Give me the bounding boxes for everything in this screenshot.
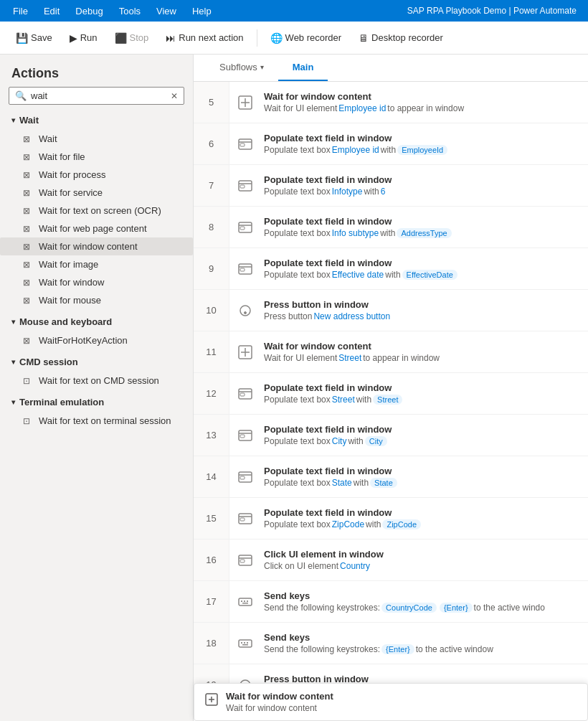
flow-title: Send keys (264, 632, 582, 643)
search-box[interactable]: 🔍 ✕ (9, 87, 184, 105)
sidebar-item-wait-ocr[interactable]: ⊠ Wait for text on screen (OCR) (0, 202, 193, 220)
menu-edit[interactable]: Edit (37, 3, 67, 19)
sidebar-group-cmd-header[interactable]: ▾ CMD session (0, 352, 193, 372)
sidebar-item-wait-process[interactable]: ⊠ Wait for process (0, 166, 193, 184)
sidebar-group-wait-header[interactable]: ▾ Wait (0, 110, 193, 130)
sidebar-item-wait-service[interactable]: ⊠ Wait for service (0, 184, 193, 202)
svg-rect-6 (239, 181, 252, 191)
flow-row[interactable]: 8 Populate text field in windowPopulate … (194, 207, 588, 248)
flow-row[interactable]: 11 Wait for window contentWait for UI el… (194, 331, 588, 373)
svg-rect-42 (244, 642, 245, 644)
sidebar-item-hotkey[interactable]: ⊠ WaitForHotKeyAction (0, 331, 193, 349)
sidebar-group-mouse-label: Mouse and keyboard (19, 316, 112, 327)
flow-canvas[interactable]: 5 Wait for window contentWait for UI ele… (194, 82, 588, 721)
flow-icon (229, 165, 261, 206)
flow-desc-link: City (332, 436, 347, 446)
flow-desc-text: Wait for UI element (264, 353, 337, 363)
flow-desc-text: Populate text box (264, 519, 331, 529)
wait-window-icon: ⊠ (23, 278, 33, 288)
svg-rect-43 (247, 642, 248, 644)
flow-content: Send keysSend the following keystrokes: … (261, 581, 588, 622)
menu-help[interactable]: Help (185, 3, 219, 19)
flow-row[interactable]: 6 Populate text field in windowPopulate … (194, 123, 588, 165)
flow-title: Wait for window content (264, 91, 582, 102)
flow-desc: Wait for UI element Street to appear in … (264, 353, 582, 363)
flow-desc-text: Populate text box (264, 478, 331, 488)
sidebar-item-wait[interactable]: ⊠ Wait (0, 130, 193, 148)
svg-rect-38 (247, 600, 248, 602)
svg-rect-41 (241, 642, 242, 644)
flow-desc-badge: City (365, 436, 387, 446)
flow-row[interactable]: 7 Populate text field in windowPopulate … (194, 165, 588, 207)
flow-desc-link: Street (332, 395, 355, 405)
sidebar-group-terminal: ▾ Terminal emulation ⊡ Wait for text on … (0, 392, 193, 430)
sidebar-item-wait-image[interactable]: ⊠ Wait for image (0, 255, 193, 273)
flow-desc-badge: EffectiveDate (402, 270, 457, 280)
flow-row[interactable]: 10 Press button in windowPress button Ne… (194, 290, 588, 331)
stop-button[interactable]: ⬛ Stop (108, 29, 156, 47)
flow-icon (229, 82, 261, 123)
flow-row[interactable]: 12 Populate text field in windowPopulate… (194, 373, 588, 415)
flow-desc-link: Infotype (332, 187, 363, 197)
flow-number: 14 (194, 456, 229, 497)
flow-row[interactable]: 18 Send keysSend the following keystroke… (194, 623, 588, 664)
flow-desc-link: Employee id (338, 103, 386, 113)
desktop-recorder-button[interactable]: 🖥 Desktop recorder (351, 29, 450, 47)
flow-content: Populate text field in windowPopulate te… (261, 248, 588, 289)
flow-content: Press button in windowPress button New a… (261, 290, 588, 331)
menu-file[interactable]: File (6, 3, 35, 19)
save-button[interactable]: 💾 Save (9, 29, 60, 47)
sidebar-list: ▾ Wait ⊠ Wait ⊠ Wait for file ⊠ Wait for… (0, 110, 193, 721)
sidebar-item-wait-file[interactable]: ⊠ Wait for file (0, 148, 193, 166)
flow-desc-text: Populate text box (264, 187, 331, 197)
run-next-button[interactable]: ⏭ Run next action (158, 29, 250, 47)
sidebar-group-terminal-header[interactable]: ▾ Terminal emulation (0, 392, 193, 412)
svg-point-16 (245, 311, 247, 314)
flow-row[interactable]: 9 Populate text field in windowPopulate … (194, 248, 588, 290)
sidebar-item-wait-mouse[interactable]: ⊠ Wait for mouse (0, 291, 193, 309)
sidebar-item-cmd-text[interactable]: ⊡ Wait for text on CMD session (0, 372, 193, 390)
menu-debug[interactable]: Debug (68, 3, 110, 19)
svg-rect-39 (242, 603, 248, 604)
search-input[interactable] (31, 90, 166, 101)
flow-icon (229, 331, 261, 372)
sidebar-item-terminal-text[interactable]: ⊡ Wait for text on terminal session (0, 412, 193, 430)
popup-wait-icon (204, 692, 219, 710)
tab-subflows[interactable]: Subflows ▾ (205, 55, 278, 81)
sidebar-group-mouse-keyboard: ▾ Mouse and keyboard ⊠ WaitForHotKeyActi… (0, 312, 193, 349)
flow-row[interactable]: 5 Wait for window contentWait for UI ele… (194, 82, 588, 123)
sidebar-item-wait-window-content[interactable]: ⊠ Wait for window content (0, 237, 193, 255)
menu-items: File Edit Debug Tools View Help (6, 3, 407, 19)
flow-content: Populate text field in windowPopulate te… (261, 373, 588, 414)
menu-tools[interactable]: Tools (112, 3, 148, 19)
svg-rect-9 (239, 222, 252, 232)
toolbar-divider (257, 29, 257, 47)
flow-row[interactable]: 16 Click UI element in windowClick on UI… (194, 539, 588, 581)
svg-rect-40 (239, 640, 252, 647)
clear-icon[interactable]: ✕ (171, 91, 178, 101)
tab-subflows-dropdown-icon[interactable]: ▾ (260, 63, 264, 71)
flow-row[interactable]: 14 Populate text field in windowPopulate… (194, 456, 588, 498)
wait-icon: ⊠ (23, 134, 33, 144)
flow-number: 7 (194, 165, 229, 206)
svg-rect-35 (239, 598, 252, 605)
flow-row[interactable]: 13 Populate text field in windowPopulate… (194, 415, 588, 456)
run-button[interactable]: ▶ Run (62, 29, 105, 47)
svg-rect-32 (239, 555, 252, 565)
flow-row[interactable]: 15 Populate text field in windowPopulate… (194, 498, 588, 539)
web-recorder-button[interactable]: 🌐 Web recorder (263, 29, 349, 47)
flow-title: Populate text field in window (264, 216, 582, 227)
tab-main[interactable]: Main (278, 55, 328, 81)
flow-icon (229, 415, 261, 456)
wait-file-icon: ⊠ (23, 152, 33, 162)
menu-view[interactable]: View (149, 3, 184, 19)
flow-number: 17 (194, 581, 229, 622)
flow-desc: Send the following keystrokes: {Enter} t… (264, 644, 582, 654)
flow-row[interactable]: 17 Send keysSend the following keystroke… (194, 581, 588, 623)
sidebar-item-wait-webpage[interactable]: ⊠ Wait for web page content (0, 220, 193, 237)
sidebar-item-wait-window[interactable]: ⊠ Wait for window (0, 273, 193, 291)
flow-content: Populate text field in windowPopulate te… (261, 165, 588, 206)
sidebar-group-mouse-header[interactable]: ▾ Mouse and keyboard (0, 312, 193, 331)
flow-desc-badge: EmployeeId (397, 145, 447, 155)
flow-desc-text: with (348, 436, 363, 446)
